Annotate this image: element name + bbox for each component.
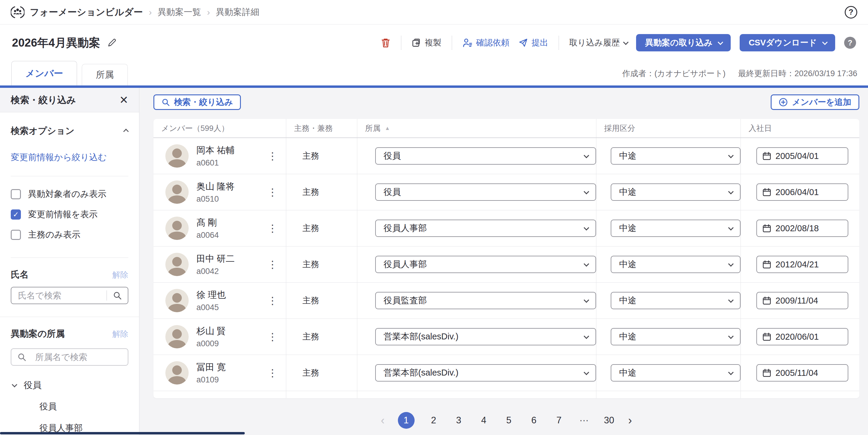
hire-type-value: 中途 (619, 150, 637, 162)
tree-leaf[interactable]: 役員 (11, 396, 128, 417)
department-select[interactable]: 役員人事部 (375, 220, 596, 237)
add-member-button[interactable]: メンバーを追加 (771, 94, 859, 110)
department-select[interactable]: 役員 (375, 183, 596, 201)
help-icon[interactable]: ? (845, 6, 857, 19)
hire-type-select[interactable]: 中途 (611, 147, 741, 165)
duplicate-button[interactable]: 複製 (412, 37, 441, 49)
pagination-page[interactable]: 6 (528, 415, 540, 426)
join-date-value: 2002/08/18 (775, 224, 819, 233)
join-date-value: 2012/04/21 (775, 260, 819, 269)
pagination-page[interactable]: 30 (603, 415, 615, 426)
duty-cell: 主務 (286, 355, 357, 391)
open-search-filter-button[interactable]: 検索・絞り込み (153, 94, 241, 110)
created-by: 作成者：(カオナビサポート) (622, 68, 725, 79)
pagination-page[interactable]: 4 (478, 415, 490, 426)
department-select[interactable]: 役員人事部 (375, 256, 596, 273)
checkbox-row[interactable]: ✓ 異動対象者のみ表示 (11, 184, 128, 204)
filter-by-previous-link[interactable]: 変更前情報から絞り込む (11, 151, 128, 164)
hire-type-value: 中途 (619, 367, 637, 379)
pagination-page[interactable]: 3 (453, 415, 465, 426)
request-review-button[interactable]: 確認依頼 (462, 37, 509, 49)
hire-type-select[interactable]: 中途 (611, 220, 741, 237)
pagination-page[interactable]: 5 (503, 415, 515, 426)
checkbox[interactable]: ✓ (11, 209, 21, 220)
member-name: 冨田 寛 (196, 361, 226, 373)
pagination-page[interactable]: 2 (428, 415, 440, 426)
kebab-menu-icon[interactable]: ⋮ (268, 222, 278, 234)
kebab-menu-icon[interactable]: ⋮ (268, 258, 278, 270)
horizontal-scrollbar-thumb[interactable] (0, 432, 245, 434)
checkbox-label: 変更前情報を表示 (28, 208, 98, 221)
hire-type-select[interactable]: 中途 (611, 364, 741, 381)
hire-type-value: 中途 (619, 186, 637, 198)
kebab-menu-icon[interactable]: ⋮ (268, 186, 278, 198)
hire-type-select[interactable]: 中途 (611, 328, 741, 345)
department-select[interactable]: 役員 (375, 147, 596, 165)
join-date-button[interactable]: 2005/04/01 (756, 147, 848, 165)
pagination-prev-icon[interactable]: ‹ (381, 414, 385, 427)
main-area: 検索・絞り込み メンバーを追加 メンバー（599人） 主務・兼務 所属▲ 採用区… (140, 88, 868, 435)
csv-download-button[interactable]: CSVダウンロード (740, 34, 835, 51)
member-cell: 冨田 寛 a0109 ⋮ (153, 355, 286, 391)
column-header-member: メンバー（599人） (153, 119, 286, 138)
duty-label: 主務 (294, 295, 319, 306)
join-date-button[interactable]: 2006/04/01 (756, 183, 848, 201)
join-date-button[interactable]: 2005/11/04 (756, 364, 848, 381)
checkbox-row[interactable]: ✓ 変更前情報を表示 (11, 204, 128, 225)
kebab-menu-icon[interactable]: ⋮ (268, 367, 278, 379)
hire-type-select[interactable]: 中途 (611, 292, 741, 309)
breadcrumb-plan-list[interactable]: 異動案一覧 (158, 6, 201, 18)
close-icon[interactable]: ✕ (119, 95, 128, 106)
kebab-menu-icon[interactable]: ⋮ (268, 331, 278, 343)
search-options-section[interactable]: 検索オプション (11, 125, 128, 137)
search-filter-sidebar: 検索・絞り込み ✕ 検索オプション 変更前情報から絞り込む ✓ 異動対象者のみ表… (0, 88, 140, 435)
table-body: 岡本 祐輔 a0601 ⋮ 主務 役員 (153, 138, 859, 391)
join-date-cell: 2005/04/01 (741, 138, 859, 174)
import-plan-button[interactable]: 異動案の取り込み (636, 34, 731, 51)
pagination-page[interactable]: 1 (398, 412, 414, 429)
name-filter-clear[interactable]: 解除 (112, 269, 128, 280)
department-select[interactable]: 営業本部(salesDiv.) (375, 364, 596, 381)
department-select[interactable]: 営業本部(salesDiv.) (375, 328, 596, 345)
submit-button[interactable]: 提出 (519, 37, 548, 49)
dept-search-input[interactable] (29, 352, 128, 362)
pagination-next-icon[interactable]: › (628, 414, 632, 427)
tree-node[interactable]: 役員 (11, 375, 128, 396)
hire-type-select[interactable]: 中途 (611, 183, 741, 201)
pagination-page[interactable]: ⋯ (578, 415, 590, 426)
import-history-button[interactable]: 取り込み履歴 (569, 37, 627, 49)
member-identity: 髙 剛 a0064 (196, 216, 219, 240)
tab-members[interactable]: メンバー (11, 61, 77, 85)
search-icon[interactable] (113, 291, 122, 300)
hire-type-select[interactable]: 中途 (611, 256, 741, 273)
delete-button[interactable] (380, 37, 391, 48)
department-select[interactable]: 役員監査部 (375, 292, 596, 309)
tab-departments[interactable]: 所属 (82, 64, 128, 85)
duty-cell: 主務 (286, 138, 357, 174)
checkbox[interactable]: ✓ (11, 189, 21, 199)
csv-help-icon[interactable]: ? (844, 37, 856, 49)
search-icon (161, 98, 170, 106)
check-icon: ✓ (13, 210, 19, 219)
table-row: 岡本 祐輔 a0601 ⋮ 主務 役員 (153, 138, 859, 174)
dept-filter-clear[interactable]: 解除 (112, 329, 128, 339)
join-date-button[interactable]: 2020/06/01 (756, 328, 848, 345)
join-date-button[interactable]: 2012/04/21 (756, 256, 848, 273)
department-cell: 営業本部(salesDiv.) (357, 355, 596, 391)
edit-title-icon[interactable] (107, 38, 117, 48)
sidebar-body: 検索オプション 変更前情報から絞り込む ✓ 異動対象者のみ表示 ✓ (0, 125, 139, 435)
department-cell: 役員 (357, 174, 596, 210)
page-header: 2026年4月異動案 複製 (0, 25, 868, 61)
kebab-menu-icon[interactable]: ⋮ (268, 295, 278, 307)
join-date-button[interactable]: 2009/11/04 (756, 292, 848, 309)
kebab-menu-icon[interactable]: ⋮ (268, 150, 278, 162)
name-search-input[interactable] (11, 291, 106, 300)
column-header-department[interactable]: 所属▲ (357, 119, 596, 138)
checkbox[interactable]: ✓ (11, 230, 21, 240)
checkbox-row[interactable]: ✓ 主務のみ表示 (11, 225, 128, 245)
pagination-page[interactable]: 7 (553, 415, 565, 426)
hire-type-cell: 中途 (596, 319, 741, 355)
column-header-duty: 主務・兼務 (286, 119, 357, 138)
department-value: 営業本部(salesDiv.) (383, 331, 459, 343)
join-date-button[interactable]: 2002/08/18 (756, 220, 848, 237)
